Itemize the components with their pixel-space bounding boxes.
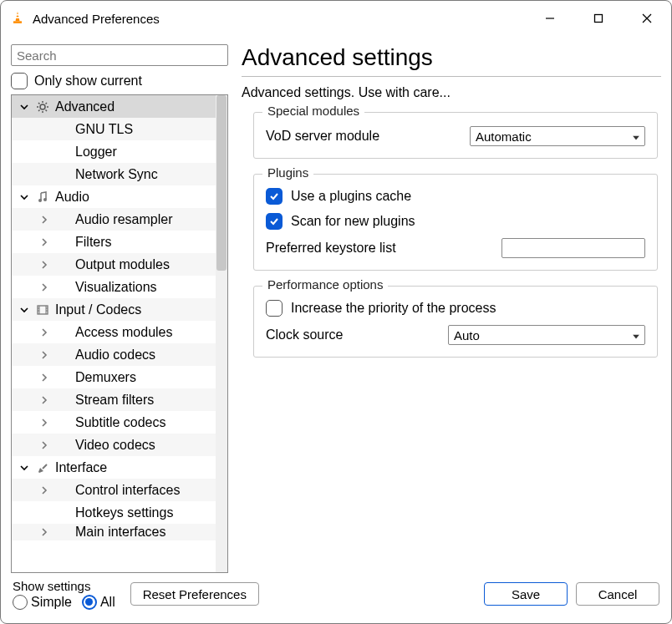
minimize-button[interactable] [526, 1, 574, 36]
svg-point-7 [40, 104, 45, 109]
page-heading: Advanced settings [242, 44, 661, 76]
vod-server-label: VoD server module [266, 129, 461, 144]
chevron-right-icon [37, 373, 52, 383]
cancel-button[interactable]: Cancel [576, 582, 659, 606]
svg-rect-1 [16, 14, 18, 16]
chevron-right-icon [37, 418, 52, 428]
bottom-bar: Show settings Simple All Reset Preferenc… [1, 573, 671, 623]
tree-item-access-modules[interactable]: Access modules [12, 321, 216, 343]
tree-item-network-sync[interactable]: Network Sync [12, 163, 216, 185]
page-subtitle: Advanced settings. Use with care... [242, 85, 661, 100]
tree-label: Network Sync [74, 167, 158, 182]
select-value: Auto [454, 328, 480, 342]
scan-new-plugins-label: Scan for new plugins [291, 214, 415, 229]
vlc-cone-icon [9, 10, 26, 27]
increase-priority-checkbox[interactable] [266, 300, 283, 317]
tree-label: Demuxers [74, 370, 136, 385]
chevron-right-icon [37, 260, 52, 270]
tree-scroll: Advanced GNU TLS Logger Network Sync Aud… [12, 95, 216, 572]
chevron-right-icon [37, 485, 52, 495]
music-note-icon [35, 190, 50, 205]
all-label: All [100, 595, 115, 610]
tree-item-interface[interactable]: Interface [12, 456, 216, 479]
group-special-modules: Special modules VoD server module Automa… [253, 112, 658, 159]
tree-label: Stream filters [74, 393, 154, 408]
tree-item-visualizations[interactable]: Visualizations [12, 276, 216, 298]
svg-rect-4 [595, 15, 603, 23]
vod-server-select[interactable]: Automatic [470, 126, 645, 146]
chevron-right-icon [37, 350, 52, 360]
group-title: Special modules [262, 104, 364, 118]
chevron-right-icon [37, 327, 52, 337]
tree-item-logger[interactable]: Logger [12, 140, 216, 163]
chevron-right-icon [37, 237, 52, 247]
caret-down-icon [633, 129, 639, 144]
keystore-input[interactable] [501, 238, 645, 258]
svg-line-12 [38, 103, 40, 104]
tree-label: Audio codecs [74, 348, 155, 363]
content-area: Only show current Advanced GNU TLS Logge… [1, 36, 671, 573]
tree-item-output-modules[interactable]: Output modules [12, 253, 216, 276]
svg-line-15 [46, 103, 48, 104]
tree-label: Advanced [53, 99, 115, 114]
scan-new-plugins-checkbox[interactable] [266, 213, 283, 230]
preferences-window: Advanced Preferences Only show current A… [0, 0, 672, 624]
tree-item-video-codecs[interactable]: Video codecs [12, 434, 216, 456]
chevron-right-icon [37, 527, 52, 537]
tree-scrollbar[interactable] [216, 95, 227, 572]
settings-panel: Advanced settings Advanced settings. Use… [242, 44, 661, 573]
tree-item-input-codecs[interactable]: Input / Codecs [12, 298, 216, 321]
tree-label: Output modules [74, 257, 170, 272]
reset-preferences-button[interactable]: Reset Preferences [130, 582, 259, 606]
search-input[interactable] [11, 44, 228, 66]
chevron-down-icon [17, 192, 32, 202]
tree-label: Input / Codecs [53, 302, 141, 317]
group-title: Plugins [262, 165, 313, 180]
tree-label: Control interfaces [74, 483, 180, 498]
use-plugins-cache-checkbox[interactable] [266, 188, 283, 205]
tree-item-advanced[interactable]: Advanced [12, 95, 216, 118]
tree-item-control-interfaces[interactable]: Control interfaces [12, 479, 216, 501]
group-performance: Performance options Increase the priorit… [253, 286, 658, 358]
only-show-current-row: Only show current [11, 66, 228, 94]
tree-label: Subtitle codecs [74, 415, 166, 430]
only-show-current-checkbox[interactable] [11, 73, 28, 89]
tree-item-main-interfaces[interactable]: Main interfaces [12, 524, 216, 540]
close-button[interactable] [623, 1, 671, 36]
svg-line-14 [38, 109, 40, 111]
svg-line-13 [46, 109, 48, 111]
clock-source-select[interactable]: Auto [448, 325, 645, 345]
show-settings-simple-radio[interactable] [13, 595, 28, 610]
caret-down-icon [633, 328, 639, 342]
chevron-right-icon [37, 282, 52, 292]
window-controls [526, 1, 671, 36]
tree-item-gnu-tls[interactable]: GNU TLS [12, 118, 216, 140]
tree-item-subtitle-codecs[interactable]: Subtitle codecs [12, 411, 216, 434]
tree-item-audio-resampler[interactable]: Audio resampler [12, 208, 216, 231]
tree-item-audio[interactable]: Audio [12, 185, 216, 208]
show-settings-all-radio[interactable] [82, 595, 97, 610]
chevron-right-icon [37, 215, 52, 225]
tree-item-audio-codecs[interactable]: Audio codecs [12, 343, 216, 366]
tree-label: Main interfaces [74, 525, 166, 540]
tree-label: Filters [74, 235, 112, 250]
tree-item-demuxers[interactable]: Demuxers [12, 366, 216, 388]
keystore-label: Preferred keystore list [266, 241, 493, 256]
chevron-down-icon [17, 463, 32, 473]
tree-item-stream-filters[interactable]: Stream filters [12, 388, 216, 411]
tree-item-hotkeys-settings[interactable]: Hotkeys settings [12, 501, 216, 524]
tree-label: Audio resampler [74, 212, 173, 227]
show-settings-label: Show settings [13, 579, 122, 593]
show-settings-group: Show settings Simple All [13, 579, 122, 610]
tree-item-filters[interactable]: Filters [12, 231, 216, 253]
film-icon [35, 302, 50, 317]
svg-line-26 [43, 464, 47, 469]
save-button[interactable]: Save [484, 582, 568, 606]
brush-icon [35, 460, 50, 475]
clock-source-label: Clock source [266, 327, 440, 342]
only-show-current-label: Only show current [34, 74, 142, 89]
svg-rect-2 [16, 17, 20, 18]
button-label: Save [512, 587, 540, 601]
maximize-button[interactable] [574, 1, 623, 36]
scrollbar-thumb[interactable] [216, 95, 227, 271]
